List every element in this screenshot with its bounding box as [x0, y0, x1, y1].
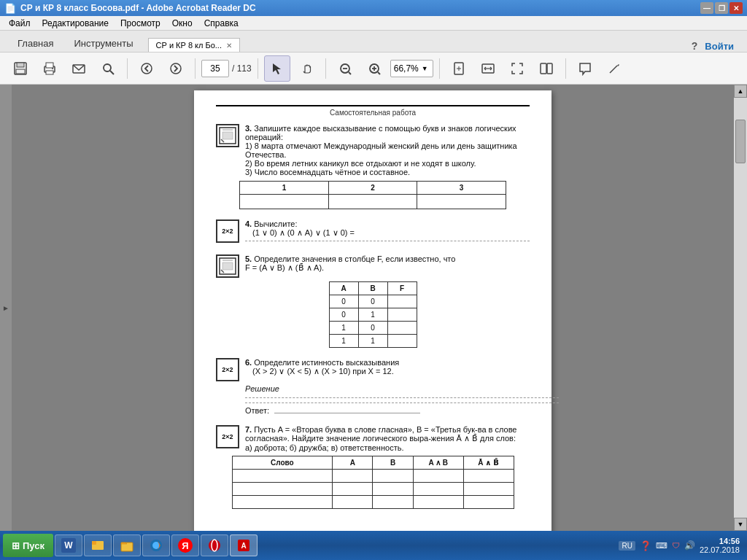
tab-close-button[interactable]: ✕ [226, 42, 232, 50]
task-3-icon [216, 124, 239, 147]
select-tool-button[interactable] [264, 55, 290, 82]
zoom-in-button[interactable] [361, 55, 387, 82]
taskbar-app-firefox[interactable] [142, 534, 170, 556]
task-3-answer-1 [240, 195, 329, 209]
app-icon: 📄 [4, 3, 16, 14]
task-5-section: 5. Определите значения в столбце F, если… [216, 254, 530, 348]
tab-doc[interactable]: СР и КР 8 кл Бо... ✕ [148, 38, 240, 52]
search-button[interactable] [95, 55, 121, 82]
task-7-row: 2×2 7. Пусть A = «Вторая буква в слове г… [216, 425, 530, 452]
comment-button[interactable] [572, 55, 598, 82]
menu-window[interactable]: Окно [166, 17, 198, 30]
tab-tools[interactable]: Инструменты [63, 35, 143, 52]
task-7-r1-B [373, 470, 413, 483]
menu-help[interactable]: Справка [198, 17, 244, 30]
task-7-desc: Пусть A = «Вторая буква в слове гласная»… [245, 425, 516, 443]
explorer-icon [90, 538, 105, 553]
help-icon[interactable]: ? [692, 40, 698, 52]
svg-marker-12 [273, 63, 281, 74]
email-button[interactable] [66, 55, 92, 82]
task-5-col-A: A [329, 282, 358, 295]
pen-button[interactable] [601, 55, 627, 82]
task-3-desc: Запишите каждое высказывание с помощью б… [245, 124, 516, 141]
prev-page-icon [140, 62, 153, 75]
menu-edit[interactable]: Редактирование [36, 17, 115, 30]
task-7-r2-B [373, 483, 413, 496]
zoom-group[interactable]: 66,7% ▼ [390, 60, 433, 77]
cursor-icon [271, 62, 284, 75]
menubar: Файл Редактирование Просмотр Окно Справк… [0, 16, 747, 31]
left-expand-arrow[interactable]: ► [2, 304, 9, 312]
zoom-in-icon [368, 62, 381, 75]
titlebar-controls: — ❐ ✕ [700, 2, 743, 14]
tab-home[interactable]: Главная [7, 35, 63, 52]
taskbar-app-yandex[interactable]: Я [171, 534, 199, 556]
task-7-col-notAnotB: Ā ∧ B̄ [463, 456, 514, 470]
scroll-track[interactable] [734, 98, 747, 518]
task-7-r2-AB [413, 483, 463, 496]
hand-tool-button[interactable] [293, 55, 320, 82]
task-5-r1c2: 0 [358, 295, 387, 308]
task-7-words: а) доброта; б) дружба; в) ответственност… [245, 443, 403, 452]
volume-icon[interactable]: 🔊 [684, 540, 695, 551]
next-page-button[interactable] [163, 55, 189, 82]
print-button[interactable] [36, 55, 63, 82]
start-button[interactable]: ⊞ Пуск [3, 534, 53, 557]
start-icon: ⊞ [12, 540, 20, 551]
taskbar-app-word[interactable]: W [55, 534, 82, 556]
zoom-out-button[interactable] [332, 55, 358, 82]
menu-file[interactable]: Файл [3, 17, 36, 30]
keyboard-icon[interactable]: ⌨ [656, 541, 667, 551]
task-5-table: A B F 0 0 0 1 1 [329, 281, 417, 348]
taskbar-app-opera[interactable] [201, 534, 228, 556]
svg-rect-5 [46, 71, 53, 74]
svg-point-8 [104, 64, 111, 71]
svg-line-19 [378, 72, 380, 74]
antivirus-icon[interactable]: 🛡 [672, 541, 680, 550]
table-row: 1 1 [329, 335, 417, 348]
task-7-r1-notAnotB [463, 470, 514, 483]
task-7-r3-notAnotB [463, 496, 514, 509]
task-3-row: 3. Запишите каждое высказывание с помощь… [216, 124, 530, 176]
start-label: Пуск [23, 540, 44, 551]
task-7-table: Слово A B A ∧ B Ā ∧ B̄ [232, 456, 514, 509]
task-5-r2c2: 1 [358, 308, 387, 322]
taskbar: ⊞ Пуск W [0, 531, 747, 560]
task-5-r3c3 [387, 322, 417, 335]
svg-rect-4 [46, 63, 53, 68]
reading-mode-button[interactable] [533, 55, 560, 82]
minimize-button[interactable]: — [700, 2, 713, 14]
task-3-section: 3. Запишите каждое высказывание с помощь… [216, 124, 530, 209]
login-button[interactable]: Войти [705, 41, 734, 52]
search-icon [101, 61, 115, 76]
maximize-button[interactable]: ❐ [715, 2, 728, 14]
scroll-down-button[interactable]: ▼ [734, 518, 747, 531]
task-7-r1-word [232, 470, 333, 483]
page-input[interactable] [201, 60, 229, 77]
scroll-thumb[interactable] [735, 120, 746, 163]
fit-width-button[interactable] [475, 55, 501, 82]
taskbar-app-explorer[interactable] [84, 534, 112, 556]
prev-page-button[interactable] [133, 55, 160, 82]
task-5-r2c3 [387, 308, 417, 322]
toolbar: / 113 66,7% ▼ [0, 52, 747, 85]
help-sys-icon[interactable]: ❓ [640, 540, 651, 551]
task-7-r1-AB [413, 470, 463, 483]
fit-page-button[interactable] [446, 55, 472, 82]
language-indicator[interactable]: RU [619, 541, 635, 551]
tab-right-icons: ? Войти [692, 40, 740, 52]
task-5-desc: Определите значения в столбце F, если из… [254, 254, 455, 263]
task-3-answer-2 [328, 195, 417, 209]
task-4-section: 2×2 4. Вычислите: (1 ∨ 0) ∧ (0 ∧ A) ∨ (1… [216, 219, 530, 244]
menu-view[interactable]: Просмотр [115, 17, 166, 30]
zoom-dropdown-icon[interactable]: ▼ [422, 65, 428, 72]
close-button[interactable]: ✕ [729, 2, 743, 14]
save-button[interactable] [7, 55, 34, 82]
scroll-up-button[interactable]: ▲ [734, 85, 747, 98]
svg-rect-30 [547, 63, 552, 74]
task-7-col-AB: A ∧ B [413, 456, 463, 470]
table-row: 1 0 [329, 322, 417, 335]
taskbar-app-files[interactable] [113, 534, 141, 556]
full-screen-button[interactable] [504, 55, 530, 82]
taskbar-app-acrobat[interactable]: A [230, 534, 258, 556]
